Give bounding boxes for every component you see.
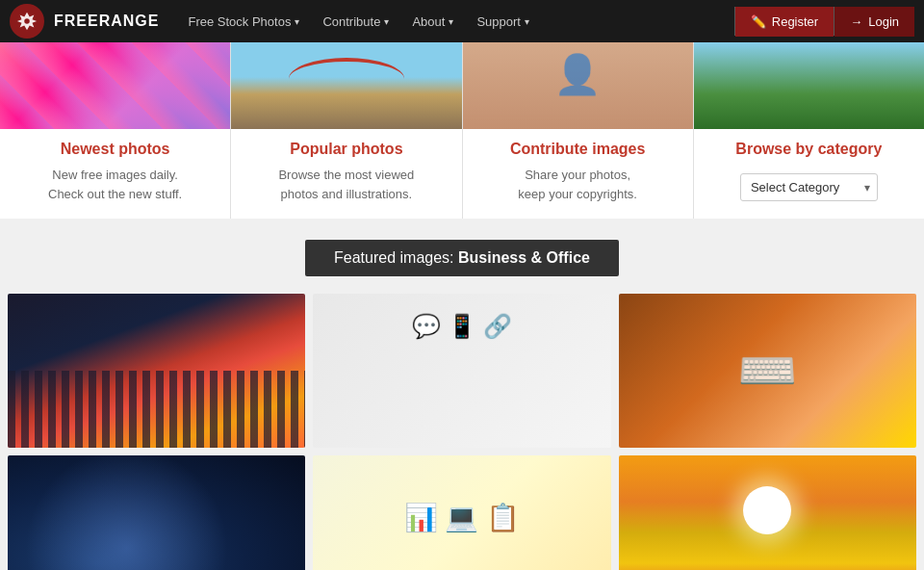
hero-section: Newest photos New free images daily. Che… (0, 42, 924, 219)
edit-icon: ✏️ (751, 14, 766, 29)
hero-card-text-contribute: Share your photos, keep your copyrights. (478, 166, 678, 203)
category-select[interactable]: Select Category Abstract Animals Archite… (740, 173, 878, 201)
navbar: FREERANGE Free Stock Photos ▾ Contribute… (0, 0, 924, 42)
nav-actions: ✏️ Register → Login (734, 7, 914, 37)
hero-card-title-popular: Popular photos (246, 141, 446, 158)
nav-free-stock[interactable]: Free Stock Photos ▾ (178, 9, 309, 35)
dropdown-arrow: ▾ (295, 16, 299, 27)
hero-card-popular[interactable]: Popular photos Browse the most viewed ph… (231, 42, 462, 219)
hero-card-body-newest: Newest photos New free images daily. Che… (0, 129, 230, 219)
dropdown-arrow: ▾ (384, 16, 389, 27)
hero-img-bridge (231, 42, 461, 129)
hero-card-title-newest: Newest photos (15, 141, 215, 158)
featured-badge: Featured images: Business & Office (305, 240, 619, 276)
svg-point-0 (24, 18, 30, 24)
hero-card-text-popular: Browse the most viewed photos and illust… (246, 166, 446, 203)
grid-item-city[interactable] (8, 294, 305, 448)
grid-item-office-items[interactable] (313, 455, 610, 570)
register-button[interactable]: ✏️ Register (735, 7, 834, 37)
logo[interactable]: FREERANGE (10, 4, 159, 39)
category-select-wrapper: Select Category Abstract Animals Archite… (740, 173, 878, 201)
hero-card-text-newest: New free images daily. Check out the new… (15, 166, 215, 203)
grid-item-social[interactable] (313, 294, 610, 448)
signin-icon: → (850, 14, 862, 29)
dropdown-arrow: ▾ (525, 16, 529, 27)
grid-item-network[interactable] (8, 455, 305, 570)
featured-category: Business & Office (458, 249, 590, 266)
hero-card-newest[interactable]: Newest photos New free images daily. Che… (0, 42, 231, 219)
grid-item-sunset[interactable] (619, 455, 916, 570)
image-grid (0, 294, 924, 570)
login-button[interactable]: → Login (834, 7, 914, 37)
hero-card-body-popular: Popular photos Browse the most viewed ph… (231, 129, 461, 219)
hero-card-contribute[interactable]: Contribute images Share your photos, kee… (463, 42, 694, 219)
nav-about[interactable]: About ▾ (402, 9, 463, 35)
nav-contribute[interactable]: Contribute ▾ (313, 9, 398, 35)
hero-img-face (463, 42, 693, 129)
nav-links: Free Stock Photos ▾ Contribute ▾ About ▾… (178, 9, 733, 35)
hero-card-category: Browse by category Select Category Abstr… (694, 42, 924, 219)
nav-support[interactable]: Support ▾ (467, 9, 539, 35)
hero-card-title-category: Browse by category (709, 141, 909, 158)
hero-card-body-contribute: Contribute images Share your photos, kee… (463, 129, 693, 219)
hero-card-title-contribute: Contribute images (478, 141, 678, 158)
grid-item-keyboard[interactable] (619, 294, 916, 448)
dropdown-arrow: ▾ (449, 16, 453, 27)
logo-icon (10, 4, 44, 39)
hero-img-nature (694, 42, 924, 129)
hero-card-body-category: Browse by category Select Category Abstr… (694, 129, 924, 217)
brand-name: FREERANGE (54, 13, 159, 30)
featured-header: Featured images: Business & Office (0, 219, 924, 294)
logo-svg (16, 11, 38, 32)
hero-img-graffiti (0, 42, 230, 129)
